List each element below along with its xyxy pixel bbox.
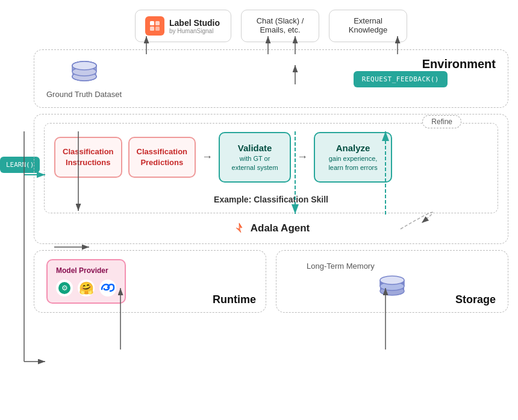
model-provider-title: Model Provider xyxy=(56,266,108,275)
classification-predictions-box: ClassificationPredictions xyxy=(128,137,196,178)
classification-predictions-label: ClassificationPredictions xyxy=(137,147,188,167)
storage-label: Storage xyxy=(455,293,496,306)
huggingface-icon: 🤗 xyxy=(78,280,95,296)
model-icons: ⚙ 🤗 xyxy=(56,280,116,296)
skill-label: Example: Classification Skill xyxy=(214,195,328,204)
runtime-box: Model Provider ⚙ 🤗 xyxy=(34,250,266,313)
svg-point-20 xyxy=(380,276,404,284)
classification-instructions-box: ClassificationInstructions xyxy=(54,137,122,178)
label-studio-title: Label Studio xyxy=(169,18,220,28)
top-tools-row: Label Studio by HumanSignal Chat (Slack)… xyxy=(34,10,508,42)
svg-rect-2 xyxy=(150,27,154,31)
validate-title: Validate xyxy=(227,142,282,154)
agent-flow: ClassificationInstructions Classificatio… xyxy=(54,132,488,183)
arrow-to-validate: → xyxy=(202,151,213,163)
chat-label: Chat (Slack) /Emails, etc. xyxy=(257,16,304,34)
analyze-title: Analyze xyxy=(322,142,384,154)
external-knowledge-box: ExternalKnowledge xyxy=(329,10,407,42)
openai-icon: ⚙ xyxy=(56,280,73,296)
svg-rect-1 xyxy=(155,21,160,25)
label-studio-box: Label Studio by HumanSignal xyxy=(135,10,231,42)
ground-truth-label: Ground Truth Dataset xyxy=(46,90,122,99)
svg-rect-3 xyxy=(155,27,160,31)
agent-inner-box: Refine ClassificationInstructions Classi… xyxy=(44,123,498,213)
adala-agent-label: Adala Agent xyxy=(44,222,498,235)
storage-database-icon xyxy=(377,274,407,301)
storage-top-label: Long-Term Memory xyxy=(307,262,375,271)
classification-instructions-label: ClassificationInstructions xyxy=(63,147,114,167)
chat-box: Chat (Slack) /Emails, etc. xyxy=(241,10,319,42)
validate-subtitle: with GT orexternal system xyxy=(227,154,282,173)
label-studio-logo xyxy=(145,16,164,36)
environment-box: Environment xyxy=(34,49,508,108)
adala-agent-text: Adala Agent xyxy=(251,222,310,234)
request-feedback-button[interactable]: REQUEST_FEEDBACK() xyxy=(354,71,448,87)
svg-point-13 xyxy=(72,61,96,70)
model-provider-box: Model Provider ⚙ 🤗 xyxy=(46,259,126,304)
storage-box: Long-Term Memory Storage xyxy=(276,250,508,313)
bottom-row: Model Provider ⚙ 🤗 xyxy=(34,250,508,313)
svg-text:⚙: ⚙ xyxy=(61,284,68,292)
diagram-container: Label Studio by HumanSignal Chat (Slack)… xyxy=(0,0,518,420)
label-studio-text: Label Studio by HumanSignal xyxy=(169,18,220,34)
validate-box: Validate with GT orexternal system xyxy=(219,132,291,183)
runtime-label: Runtime xyxy=(213,293,256,306)
external-knowledge-label: ExternalKnowledge xyxy=(349,16,387,34)
arrow-to-analyze: → xyxy=(297,151,308,163)
refine-label: Refine xyxy=(422,115,461,128)
svg-rect-0 xyxy=(150,21,154,25)
environment-label: Environment xyxy=(422,57,496,71)
database-icon xyxy=(69,60,99,86)
adala-flame-icon xyxy=(232,222,246,235)
analyze-subtitle: gain experience,learn from errors xyxy=(322,154,384,173)
ground-truth-section: Ground Truth Dataset xyxy=(46,60,122,99)
agent-outer-box: Refine ClassificationInstructions Classi… xyxy=(34,114,508,244)
analyze-box: Analyze gain experience,learn from error… xyxy=(314,132,392,183)
label-studio-subtitle: by HumanSignal xyxy=(169,28,220,34)
meta-icon xyxy=(99,280,116,296)
